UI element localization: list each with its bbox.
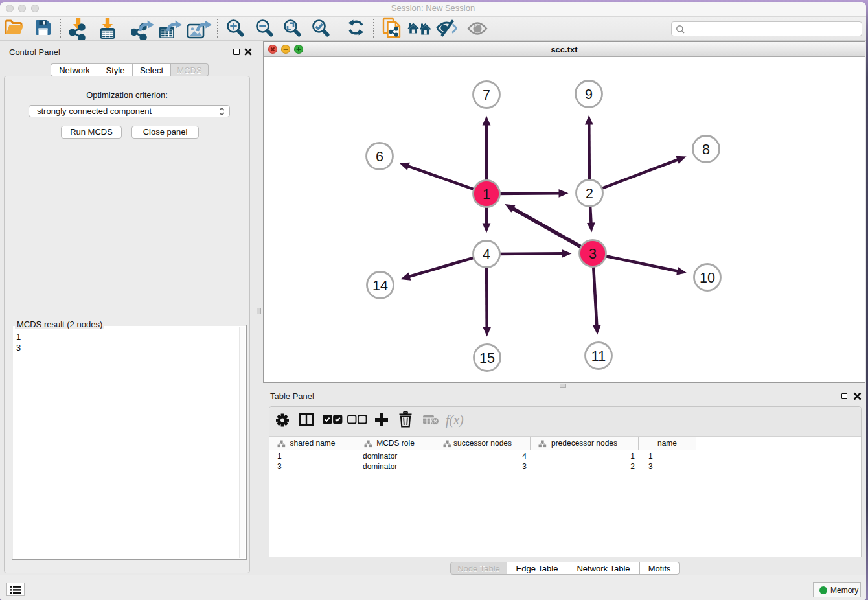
svg-text:2: 2 [586,186,593,202]
svg-text:10: 10 [700,270,715,286]
svg-text:1: 1 [483,187,490,202]
svg-text:7: 7 [483,87,490,103]
svg-text:11: 11 [591,349,606,364]
svg-text:15: 15 [479,351,495,366]
svg-text:6: 6 [376,149,383,165]
svg-text:14: 14 [372,278,388,294]
svg-text:9: 9 [585,87,593,102]
svg-text:8: 8 [702,142,710,157]
svg-text:4: 4 [483,247,490,262]
svg-text:3: 3 [589,246,597,262]
